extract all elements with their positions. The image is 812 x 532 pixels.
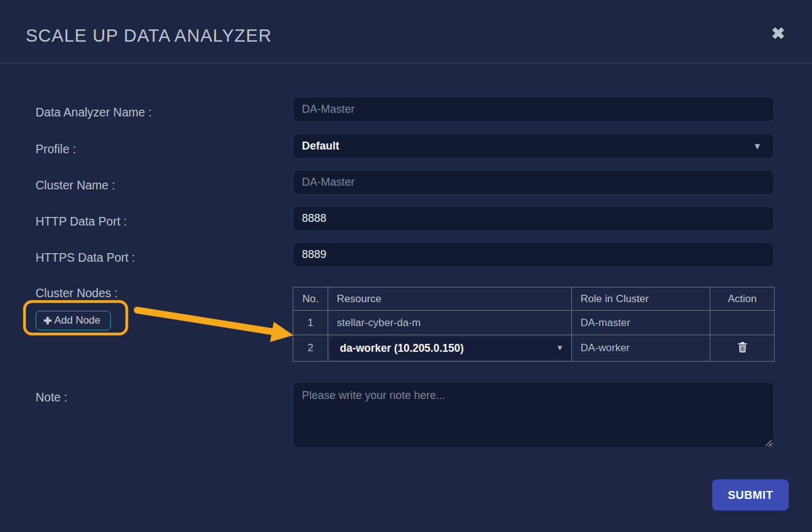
- row-2-resource-dropdown[interactable]: da-worker (10.205.0.150) ▾: [330, 337, 572, 360]
- column-header-action: Action: [710, 287, 775, 311]
- annotation-arrow-head: [270, 322, 293, 342]
- trash-icon: [738, 342, 747, 352]
- data-analyzer-name-label: Data Analyzer Name :: [36, 105, 152, 119]
- add-node-label: Add Node: [54, 314, 100, 327]
- close-icon[interactable]: ✖: [771, 26, 785, 42]
- chevron-down-icon: ▾: [754, 139, 760, 152]
- data-analyzer-name-input[interactable]: [293, 97, 774, 122]
- row-2-resource-selected-value: da-worker (10.205.0.150): [340, 342, 464, 355]
- column-header-role: Role in Cluster: [572, 287, 710, 311]
- dialog-title: SCALE UP DATA ANALYZER: [26, 26, 272, 46]
- profile-select[interactable]: Default ▾: [293, 134, 774, 159]
- submit-button[interactable]: SUBMIT: [712, 479, 789, 511]
- cluster-nodes-label: Cluster Nodes :: [36, 286, 118, 300]
- cluster-name-label: Cluster Name :: [36, 178, 115, 192]
- row-1-action: [710, 311, 775, 335]
- profile-label: Profile :: [36, 142, 76, 156]
- row-2-role: DA-worker: [572, 335, 710, 362]
- scale-up-data-analyzer-dialog: { "header": { "title": "SCALE UP DATA AN…: [0, 0, 812, 532]
- http-data-port-label: HTTP Data Port :: [36, 215, 127, 228]
- row-2-resource-cell: da-worker (10.205.0.150) ▾: [328, 335, 572, 362]
- cluster-nodes-table: No. Resource Role in Cluster Action 1 st…: [293, 287, 775, 362]
- column-header-resource: Resource: [328, 287, 572, 311]
- row-2-no: 2: [293, 335, 328, 362]
- column-header-no: No.: [293, 287, 328, 311]
- note-label: Note :: [36, 390, 67, 404]
- chevron-down-icon: ▾: [557, 342, 562, 353]
- add-node-button[interactable]: ✚ Add Node: [36, 311, 111, 330]
- table-row: 2 da-worker (10.205.0.150) ▾ DA-worker: [293, 335, 775, 362]
- cluster-name-input[interactable]: [293, 170, 774, 195]
- https-data-port-input[interactable]: [293, 242, 774, 267]
- http-data-port-input[interactable]: [293, 206, 774, 231]
- table-header-row: No. Resource Role in Cluster Action: [293, 287, 775, 311]
- table-row: 1 stellar-cyber-da-m DA-master: [293, 311, 775, 335]
- row-2-action: [710, 335, 775, 362]
- delete-node-button[interactable]: [735, 341, 750, 354]
- plus-icon: ✚: [43, 315, 51, 327]
- note-textarea[interactable]: [293, 382, 774, 448]
- row-1-no: 1: [293, 311, 328, 335]
- row-1-resource: stellar-cyber-da-m: [328, 311, 572, 335]
- row-1-role: DA-master: [572, 311, 710, 335]
- dialog-header: SCALE UP DATA ANALYZER ✖: [0, 0, 812, 63]
- profile-selected-value: Default: [302, 140, 339, 153]
- https-data-port-label: HTTPS Data Port :: [36, 251, 135, 264]
- annotation-arrow-shaft: [137, 310, 272, 332]
